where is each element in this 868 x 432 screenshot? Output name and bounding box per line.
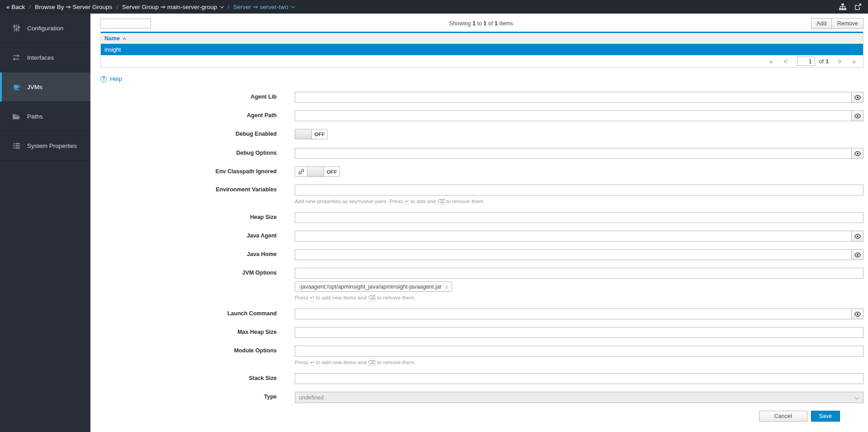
- text-segment: 1: [495, 20, 498, 27]
- java-home-input[interactable]: [295, 249, 852, 260]
- launch-command-input[interactable]: [295, 309, 852, 319]
- sidebar-item-interfaces[interactable]: Interfaces: [0, 43, 90, 72]
- java-agent-eye-button[interactable]: [852, 231, 863, 242]
- remove-button[interactable]: Remove: [832, 18, 863, 29]
- debug-options-eye-button[interactable]: [852, 148, 863, 159]
- field-label-agent-path: Agent Path: [100, 110, 277, 121]
- pager-of-total: of1: [819, 58, 829, 65]
- table-column-header-name[interactable]: Name ^: [101, 32, 863, 44]
- cancel-button[interactable]: Cancel: [759, 411, 807, 422]
- stack-size-input[interactable]: [295, 373, 863, 384]
- text-segment: to remove them.: [445, 198, 485, 204]
- sidebar-item-jvms[interactable]: JVMs: [0, 72, 90, 102]
- resolve-expression-button[interactable]: [295, 167, 307, 176]
- debug-options-input[interactable]: [295, 148, 852, 159]
- text-segment: pairs. Press: [373, 198, 405, 204]
- java-home-eye-button[interactable]: [852, 249, 863, 260]
- field-label-stack-size: Stack Size: [100, 373, 277, 384]
- breadcrumb-item-server[interactable]: Server ⇒ server-two: [233, 3, 295, 10]
- pager-first-button[interactable]: «: [764, 58, 778, 65]
- toggle-handle[interactable]: [295, 129, 312, 139]
- agent-lib-eye-button[interactable]: [852, 92, 863, 103]
- eye-icon: [854, 312, 861, 317]
- jvm-attributes-form: Agent LibAgent PathDebug EnabledOFFDebug…: [100, 92, 863, 403]
- breadcrumb-separator: /: [227, 4, 229, 10]
- tag-text: -javaagent:/opt/apminsight_java/apminsig…: [299, 284, 442, 290]
- environment-variables-input[interactable]: [295, 185, 863, 195]
- max-heap-size-input[interactable]: [295, 327, 863, 338]
- text-segment: to add new items and: [314, 294, 368, 301]
- launch-command-eye-button[interactable]: [852, 309, 863, 319]
- back-link[interactable]: « Back: [6, 4, 25, 10]
- key-glyph: ↵: [310, 294, 314, 301]
- module-options-input[interactable]: [295, 346, 863, 356]
- top-nav: « Back /Browse By ⇒ Server Groups/Server…: [0, 0, 868, 14]
- eye-icon: [854, 151, 861, 156]
- table-cell-name: insight: [104, 47, 121, 53]
- table-search-input[interactable]: [100, 19, 151, 28]
- field-control-type: undefined: [295, 392, 863, 403]
- field-helper-text: Add new properties as key=value pairs. P…: [295, 198, 863, 204]
- input-group: [295, 212, 863, 223]
- table-pagination: « < of1 > »: [101, 55, 863, 67]
- jvm-options-input[interactable]: [295, 268, 863, 279]
- form-buttons: Cancel Save: [100, 411, 863, 422]
- breadcrumb-item-server[interactable]: Server Group ⇒ main-server-group: [122, 3, 223, 10]
- toggle-state-label: OFF: [312, 129, 327, 139]
- sidebar-item-system-properties[interactable]: System Properties: [0, 131, 90, 161]
- add-button[interactable]: Add: [811, 18, 832, 29]
- tag-remove-button[interactable]: x: [445, 284, 448, 290]
- folder-open-icon: [12, 113, 21, 120]
- toggle-handle[interactable]: [307, 167, 324, 176]
- table-row[interactable]: insight: [101, 44, 863, 55]
- field-control-module-options: Press ↵ to add new items and ⌫ to remove…: [295, 346, 863, 366]
- tag-item: -javaagent:/opt/apminsight_java/apminsig…: [295, 281, 452, 292]
- sidebar-item-paths[interactable]: Paths: [0, 102, 90, 131]
- sidebar: ConfigurationInterfacesJVMsPathsSystem P…: [0, 14, 90, 432]
- field-label-heap-size: Heap Size: [100, 212, 277, 223]
- pager-page-input[interactable]: [797, 57, 815, 66]
- table-toolbar: Showing 1 to 1 of 1 Items Add Remove: [100, 18, 863, 29]
- form-row-java-agent: Java Agent: [100, 231, 863, 242]
- text-segment: Showing: [449, 20, 472, 27]
- form-row-java-home: Java Home: [100, 249, 863, 260]
- pager-prev-button[interactable]: <: [778, 58, 793, 65]
- debug-enabled-toggle[interactable]: OFF: [295, 129, 328, 139]
- eye-icon: [854, 114, 861, 119]
- pager-last-button[interactable]: »: [847, 58, 861, 65]
- sidebar-item-label: Configuration: [27, 25, 63, 32]
- sidebar-item-configuration[interactable]: Configuration: [0, 14, 90, 43]
- topology-icon[interactable]: [839, 3, 847, 10]
- form-row-debug-enabled: Debug EnabledOFF: [100, 129, 863, 140]
- heap-size-input[interactable]: [295, 212, 863, 223]
- agent-lib-input[interactable]: [295, 92, 852, 103]
- breadcrumb-item-browse[interactable]: Browse By ⇒ Server Groups: [35, 3, 112, 10]
- text-segment: to remove them.: [376, 294, 416, 301]
- field-control-agent-path: [295, 110, 863, 121]
- help-link[interactable]: ? Help: [100, 76, 122, 82]
- help-icon: ?: [100, 76, 107, 82]
- text-segment: Press: [295, 359, 310, 366]
- input-group: [295, 327, 863, 338]
- external-link-icon[interactable]: [854, 3, 862, 10]
- type-select[interactable]: undefined: [295, 392, 863, 403]
- eye-icon: [854, 95, 861, 100]
- text-segment: to add and: [409, 198, 437, 204]
- list-icon: [12, 142, 21, 149]
- field-control-heap-size: [295, 212, 863, 223]
- field-label-java-agent: Java Agent: [100, 231, 277, 242]
- pager-next-button[interactable]: >: [832, 58, 847, 65]
- form-row-environment-variables: Environment VariablesAdd new properties …: [100, 185, 863, 204]
- toggle-state-label: OFF: [324, 167, 340, 176]
- agent-path-input[interactable]: [295, 110, 852, 121]
- chevron-down-icon: [291, 5, 295, 8]
- key-glyph: ⌫: [368, 294, 376, 301]
- save-button[interactable]: Save: [811, 411, 840, 422]
- env-classpath-ignored-toggle[interactable]: OFF: [295, 166, 340, 177]
- form-row-launch-command: Launch Command: [100, 309, 863, 319]
- java-agent-input[interactable]: [295, 231, 852, 242]
- input-group: [295, 185, 863, 195]
- field-helper-text: Press ↵ to add new items and ⌫ to remove…: [295, 294, 863, 301]
- agent-path-eye-button[interactable]: [852, 110, 863, 121]
- form-row-heap-size: Heap Size: [100, 212, 863, 223]
